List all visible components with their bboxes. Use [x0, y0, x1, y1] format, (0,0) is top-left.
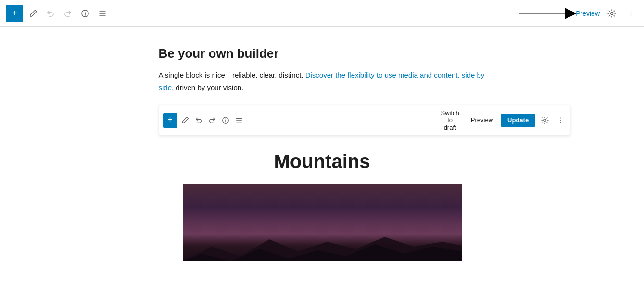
inline-tools-button[interactable] — [179, 115, 191, 126]
redo-button[interactable] — [61, 6, 75, 21]
svg-point-15 — [225, 118, 226, 119]
excerpt-text-1: A single block is nice—reliable, clear, … — [159, 71, 305, 79]
inline-toolbar: + — [159, 105, 571, 135]
excerpt-text-2: driven by your vision. — [174, 83, 243, 91]
svg-point-11 — [631, 13, 631, 13]
inline-add-button[interactable]: + — [163, 113, 177, 128]
toolbar-left-group: + — [6, 5, 110, 22]
inline-toolbar-left: + — [163, 113, 245, 128]
mountains-title: Mountains — [159, 151, 486, 172]
details-button[interactable] — [78, 6, 92, 21]
inline-more-options-button[interactable] — [555, 115, 566, 126]
svg-point-10 — [631, 10, 631, 11]
update-button[interactable]: Update — [501, 114, 535, 127]
svg-point-2 — [85, 12, 86, 13]
inline-preview-button[interactable]: Preview — [467, 115, 497, 126]
top-toolbar: + — [0, 0, 644, 27]
add-block-button[interactable]: + — [6, 5, 23, 22]
inline-toolbar-right: Switch to draft Preview Update — [245, 107, 567, 133]
inline-details-button[interactable] — [220, 115, 231, 126]
inline-list-view-button[interactable] — [233, 115, 245, 126]
post-excerpt: A single block is nice—reliable, clear, … — [159, 69, 486, 93]
inline-undo-button[interactable] — [193, 115, 204, 126]
inline-settings-button[interactable] — [539, 115, 551, 126]
tools-button[interactable] — [26, 6, 40, 21]
svg-point-19 — [544, 119, 546, 121]
settings-button[interactable] — [605, 6, 619, 21]
more-options-button[interactable] — [624, 6, 638, 21]
arrow-annotation — [519, 4, 577, 23]
toolbar-right-group: Preview — [576, 6, 638, 21]
svg-point-9 — [611, 12, 613, 14]
mountains-image — [183, 184, 462, 261]
content-area: Be your own builder A single block is ni… — [139, 46, 505, 135]
svg-point-21 — [560, 119, 561, 120]
mountains-silhouette-svg — [183, 232, 462, 261]
switch-to-draft-button[interactable]: Switch to draft — [437, 107, 463, 133]
main-content: Be your own builder A single block is ni… — [0, 27, 644, 280]
post-title: Be your own builder — [159, 46, 486, 61]
svg-marker-7 — [565, 8, 577, 19]
undo-button[interactable] — [43, 6, 58, 21]
arrow-icon — [519, 4, 577, 23]
svg-point-20 — [560, 117, 561, 118]
inline-redo-button[interactable] — [206, 115, 218, 126]
preview-link[interactable]: Preview — [576, 10, 600, 17]
list-view-button[interactable] — [95, 6, 110, 21]
page-lower: Mountains — [139, 151, 505, 261]
svg-point-22 — [560, 122, 561, 123]
svg-point-12 — [631, 15, 631, 16]
